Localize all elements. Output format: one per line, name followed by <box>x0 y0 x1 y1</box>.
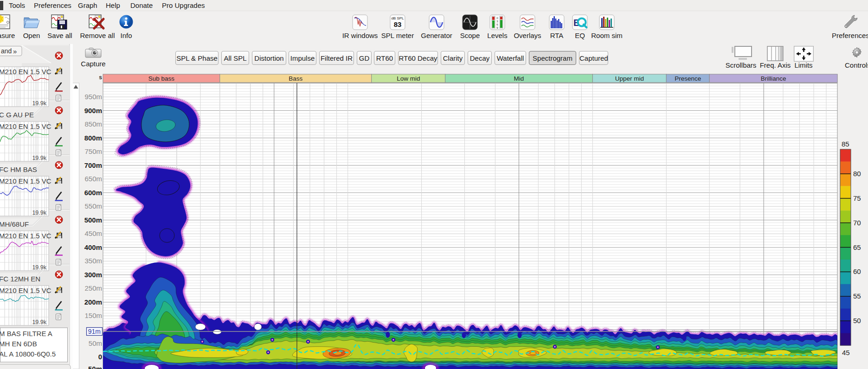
svg-text:900m: 900m <box>84 107 102 115</box>
svg-text:50m: 50m <box>89 339 102 347</box>
svg-text:65: 65 <box>853 243 861 251</box>
svg-text:Presence: Presence <box>675 75 701 82</box>
svg-text:450m: 450m <box>84 229 102 237</box>
svg-text:dB SPL: dB SPL <box>391 16 404 20</box>
svg-text:70: 70 <box>853 219 861 227</box>
svg-text:45: 45 <box>842 349 850 356</box>
svg-text:750m: 750m <box>84 147 102 155</box>
svg-text:19.9k: 19.9k <box>32 319 46 325</box>
svg-text:Brilliance: Brilliance <box>761 75 786 82</box>
svg-text:C G AU PE: C G AU PE <box>0 111 34 119</box>
svg-text:-50m: -50m <box>86 365 102 369</box>
svg-text:Mid: Mid <box>514 75 524 82</box>
svg-text:950m: 950m <box>84 93 102 101</box>
svg-text:M BAS FILTRE A: M BAS FILTRE A <box>0 330 52 337</box>
svg-text:800m: 800m <box>84 134 102 142</box>
svg-text:Low mid: Low mid <box>397 75 420 82</box>
svg-text:91m: 91m <box>88 328 101 335</box>
svg-text:19.9k: 19.9k <box>32 210 46 216</box>
svg-text:85: 85 <box>842 140 849 148</box>
svg-text:700m: 700m <box>84 161 102 169</box>
svg-text:650m: 650m <box>84 175 102 183</box>
svg-text:83: 83 <box>394 20 402 28</box>
svg-text:600m: 600m <box>84 189 102 197</box>
svg-text:19.9k: 19.9k <box>32 264 46 271</box>
svg-text:M210 EN 1.5 VC: M210 EN 1.5 VC <box>0 286 51 294</box>
svg-text:M210 EN 1.5 VC: M210 EN 1.5 VC <box>0 232 51 240</box>
svg-text:0: 0 <box>98 353 102 361</box>
svg-text:19.9k: 19.9k <box>32 155 46 161</box>
svg-text:Sub bass: Sub bass <box>148 75 175 82</box>
svg-text:80: 80 <box>853 170 861 178</box>
svg-text:MH/68UF: MH/68UF <box>0 220 29 228</box>
svg-text:M210 EN 1.5 VC: M210 EN 1.5 VC <box>0 68 51 76</box>
svg-text:150m: 150m <box>84 312 102 319</box>
svg-text:s: s <box>99 74 102 81</box>
svg-text:500m: 500m <box>84 216 102 224</box>
svg-text:and: and <box>1 47 12 55</box>
svg-text:M210 EN 1.5 VC: M210 EN 1.5 VC <box>0 177 51 185</box>
svg-text:19.9k: 19.9k <box>32 100 46 107</box>
svg-text:FC 12MH EN: FC 12MH EN <box>0 275 40 283</box>
svg-text:200m: 200m <box>84 298 102 306</box>
svg-text:M210 EN 1.5 VC: M210 EN 1.5 VC <box>0 122 51 130</box>
svg-text:AL A 10800-6Q0.5: AL A 10800-6Q0.5 <box>0 350 56 358</box>
svg-text:55: 55 <box>853 292 861 300</box>
svg-text:60: 60 <box>853 267 861 275</box>
svg-text:550m: 550m <box>84 202 102 210</box>
svg-text:MH EN 6DB: MH EN 6DB <box>0 340 37 348</box>
svg-text:50: 50 <box>853 317 861 324</box>
svg-text:400m: 400m <box>84 243 102 251</box>
svg-text:850m: 850m <box>84 120 102 128</box>
svg-text:Upper mid: Upper mid <box>615 75 644 82</box>
svg-text:300m: 300m <box>84 271 102 279</box>
svg-text:FC HM BAS: FC HM BAS <box>0 165 37 173</box>
svg-text:250m: 250m <box>84 284 102 292</box>
svg-text:»: » <box>13 47 17 55</box>
svg-text:75: 75 <box>853 194 861 202</box>
svg-text:Bass: Bass <box>289 75 302 82</box>
svg-text:350m: 350m <box>84 257 102 265</box>
